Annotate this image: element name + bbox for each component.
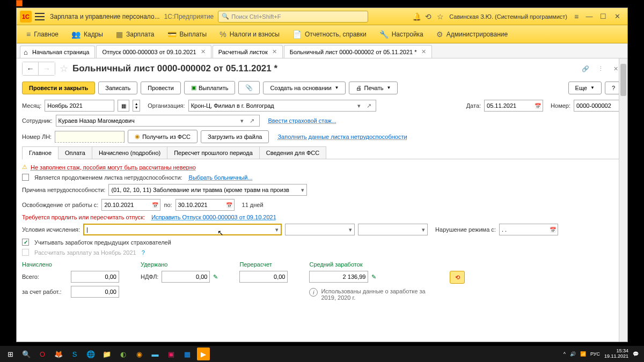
recalc-value[interactable]: 0,00 [239,271,288,283]
volume-icon[interactable]: 🔊 [570,351,576,357]
explorer-icon[interactable]: 📁 [100,348,113,360]
network-icon[interactable]: 📶 [580,351,586,357]
print-button[interactable]: 🖨Печать▼ [349,82,398,94]
user-label[interactable]: Савинская З.Ю. (Системный программист) [449,13,567,20]
app-icon-2[interactable]: ◉ [133,348,145,360]
release-to-input[interactable]: 30.10.2021 [175,199,235,211]
menu-admin[interactable]: ⚙Администрирование [430,25,514,43]
avg-value[interactable]: 2 136,99 [309,271,368,283]
settings-icon[interactable]: ≡ [570,11,582,23]
save-button[interactable]: Записать [98,82,137,94]
employee-input[interactable]: Кураев Назар Магомедович [56,115,260,127]
lang-indicator[interactable]: РУС [590,351,600,357]
select-sick-link[interactable]: Выбрать больничный... [189,174,253,181]
opera-icon[interactable]: O [36,348,49,360]
history-icon[interactable]: ⟲ [422,11,434,23]
menu-payments[interactable]: 💳Выплаты [161,25,214,43]
tab-accrued[interactable]: Начислено (подробно) [92,146,167,159]
ndfl-label: НДФЛ: [141,274,158,280]
tab-fss[interactable]: Сведения для ФСС [259,146,326,159]
tab-main[interactable]: Главное [22,146,58,159]
calc-salary-label: Рассчитать зарплату за Ноябрь 2021 [34,249,136,256]
refresh-button[interactable]: ⟲ [450,271,465,284]
edit-icon[interactable]: ✎ [371,274,376,280]
month-input[interactable]: Ноябрь 2021 [45,100,114,112]
attach-button[interactable]: 📎 [238,81,260,94]
menu-settings[interactable]: 🔧Настройка [373,25,430,43]
close-icon[interactable]: ✕ [272,48,277,55]
app-icon[interactable]: ◐ [116,348,129,360]
tab-payslip[interactable]: Расчетный листок✕ [213,45,283,58]
link-icon[interactable]: 🔗 [579,62,592,75]
favorite-icon[interactable]: ☆ [60,63,68,75]
tray-chevron-icon[interactable]: ^ [564,351,566,357]
violation-input[interactable]: . . [499,224,558,235]
menu-icon[interactable] [35,13,45,20]
close-icon[interactable]: ✕ [201,48,206,55]
close-button[interactable]: ✕ [610,11,624,23]
ln-input[interactable] [55,131,125,143]
menu-hr[interactable]: 👥Кадры [65,25,109,43]
minimize-button[interactable]: — [582,11,596,23]
app-icon-4[interactable]: ▣ [165,348,178,360]
tab-recalc[interactable]: Пересчет прошлого периода [167,146,260,159]
org-input[interactable]: Крон-Ц, Филиал в г. Волгоград [188,100,376,112]
continuation-checkbox[interactable] [22,174,29,181]
back-button[interactable]: ← [23,62,39,75]
conditions-input-1[interactable]: | [83,224,282,235]
scrollbar[interactable] [619,58,627,342]
warning-link[interactable]: Не заполнен стаж, пособия могут быть рас… [31,164,196,171]
app-icon-6[interactable]: ▶ [197,348,210,360]
prev-insurance-checkbox[interactable] [22,239,29,246]
app-icon-3[interactable]: ▬ [149,348,162,360]
reason-input[interactable]: (01, 02, 10, 11) Заболевание или травма … [108,184,307,196]
menu-salary[interactable]: ▦Зарплата [109,25,161,43]
skype-icon[interactable]: S [68,348,81,360]
tab-payment[interactable]: Оплата [58,146,92,159]
insurance-link[interactable]: Ввести страховой стаж... [268,117,336,124]
conditions-input-2[interactable] [285,224,355,235]
tab-vacation[interactable]: Отпуск 0000-000003 от 09.10.2021✕ [96,45,211,58]
tab-home[interactable]: Начальная страница [20,46,95,58]
search-icon[interactable]: 🔍 [20,348,33,360]
star-icon[interactable]: ☆ [434,11,446,23]
menu-taxes[interactable]: %Налоги и взносы [213,25,286,43]
maximize-button[interactable]: ☐ [596,11,610,23]
num-input[interactable]: 0000-000002 [574,100,622,112]
ndfl-value[interactable]: 0,00 [162,271,210,283]
date-input[interactable]: 05.11.2021 [484,100,543,112]
menu-main[interactable]: ≡Главное [20,25,65,43]
load-file-button[interactable]: Загрузить из файла [201,130,269,143]
system-tray[interactable]: ^ 🔊 📶 РУС 15:34 19.11.2021 💬 [564,349,642,359]
more-icon[interactable]: ⋮ [594,62,607,75]
menu-reports[interactable]: 📄Отчетность, справки [286,25,373,43]
chrome-icon[interactable]: 🌐 [84,348,97,360]
total-value[interactable]: 0,00 [71,271,119,283]
release-from-input[interactable]: 20.10.2021 [101,199,160,211]
pay-button[interactable]: ▣Выплатить [184,81,235,94]
firefox-icon[interactable]: 🦊 [52,348,65,360]
continuation-label: Является продолжением листка нетрудоспос… [34,174,182,181]
forward-button[interactable]: → [39,62,55,75]
month-spinner[interactable]: ▲▼ [133,100,140,112]
get-fss-button[interactable]: ◉Получить из ФСС [128,130,197,143]
conditions-input-3[interactable] [358,224,428,235]
create-based-button[interactable]: Создать на основании▼ [263,82,346,94]
post-close-button[interactable]: Провести и закрыть [22,82,95,94]
fill-data-link[interactable]: Заполнить данные листка нетрудоспособнос… [277,134,407,140]
search-input[interactable]: 🔍Поиск Ctrl+Shift+F [218,11,368,23]
employer-value[interactable]: 0,00 [71,286,119,298]
edit-icon[interactable]: ✎ [213,274,218,280]
start-button[interactable]: ⊞ [4,348,17,360]
tab-sickleave[interactable]: Больничный лист 0000-000002 от 05.11.202… [284,45,432,58]
fix-vacation-link[interactable]: Исправить Отпуск 0000-000003 от 09.10.20… [151,214,276,220]
bell-icon[interactable]: 🔔 [411,11,422,23]
close-icon[interactable]: ✕ [421,48,426,55]
notifications-icon[interactable]: 💬 [633,351,639,357]
help-icon[interactable]: ? [142,249,145,256]
clock[interactable]: 15:34 19.11.2021 [604,349,628,359]
post-button[interactable]: Провести [141,82,181,94]
app-icon-5[interactable]: ▦ [181,348,194,360]
more-button[interactable]: Еще▼ [568,82,602,94]
month-picker-icon[interactable]: ▦ [118,100,129,112]
